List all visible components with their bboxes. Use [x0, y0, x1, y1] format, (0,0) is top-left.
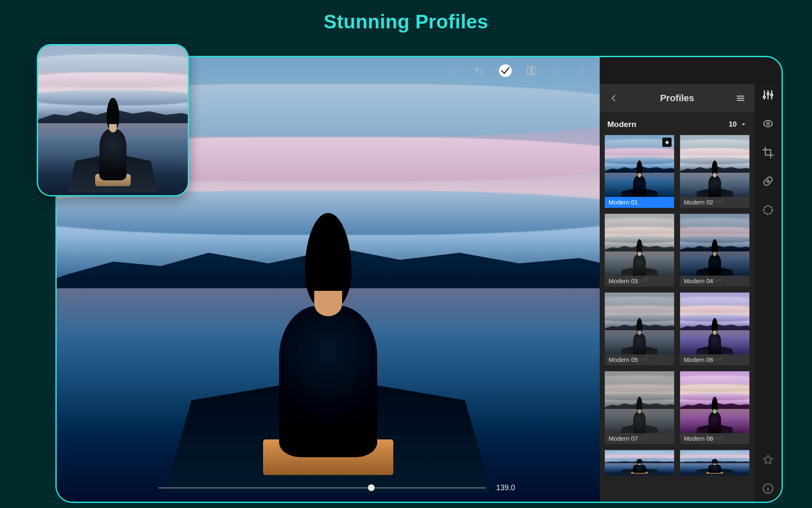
- star-icon[interactable]: [762, 453, 774, 466]
- back-icon[interactable]: [607, 94, 620, 103]
- target-icon[interactable]: [762, 117, 774, 130]
- svg-rect-0: [527, 67, 531, 74]
- slider-knob[interactable]: [368, 484, 375, 491]
- profile-category-count: 10: [729, 120, 747, 129]
- chevron-down-icon: [740, 121, 747, 128]
- svg-rect-1: [532, 67, 536, 74]
- profile-label: Modern 04: [680, 276, 749, 287]
- panel-header: Profiles: [600, 84, 754, 112]
- undo-icon[interactable]: [474, 65, 485, 76]
- slider-track[interactable]: [158, 487, 486, 489]
- sliders-icon[interactable]: [762, 88, 774, 101]
- share-icon[interactable]: [551, 65, 562, 76]
- profile-label: Modern 06: [680, 354, 749, 365]
- profile-category-row[interactable]: Modern 10: [600, 112, 754, 135]
- svg-point-11: [764, 206, 772, 214]
- svg-point-2: [582, 67, 583, 68]
- svg-point-7: [771, 94, 773, 96]
- profile-label: Modern 05: [605, 354, 674, 365]
- profile-tile[interactable]: Modern 06: [680, 293, 749, 365]
- slider-value: 139.0: [496, 483, 515, 492]
- profile-preview: [605, 450, 674, 475]
- svg-point-4: [582, 73, 583, 75]
- heal-icon[interactable]: [762, 175, 774, 188]
- svg-point-9: [767, 122, 769, 125]
- redo-icon[interactable]: [448, 65, 459, 76]
- more-icon[interactable]: [577, 65, 588, 76]
- profile-tile[interactable]: Modern 09: [605, 450, 674, 475]
- promo-headline: Stunning Profiles: [0, 10, 812, 33]
- profile-tile[interactable]: Modern 08: [680, 371, 749, 444]
- profile-amount-slider[interactable]: 139.0: [158, 481, 515, 494]
- panel-title: Profiles: [620, 93, 734, 104]
- profile-tile[interactable]: Modern 02: [680, 135, 749, 208]
- profiles-panel: Profiles Modern 10 ★Modern 01Modern 02Mo…: [600, 84, 754, 502]
- menu-icon[interactable]: [734, 93, 747, 103]
- svg-point-5: [763, 96, 765, 98]
- profile-label: Modern 08: [680, 433, 749, 444]
- svg-point-8: [764, 121, 772, 127]
- profile-tile[interactable]: Modern 05: [605, 293, 674, 365]
- profile-tile[interactable]: Modern 10: [680, 450, 749, 475]
- done-button[interactable]: [499, 64, 512, 77]
- compare-icon[interactable]: [526, 65, 537, 76]
- original-thumbnail: [37, 44, 189, 196]
- favorite-badge: ★: [662, 138, 672, 147]
- profile-tile[interactable]: ★Modern 01: [605, 135, 674, 208]
- profile-preview: [680, 450, 749, 475]
- crop-icon[interactable]: [762, 146, 774, 159]
- profile-tile[interactable]: Modern 04: [680, 214, 749, 287]
- profile-tile[interactable]: Modern 03: [605, 214, 674, 287]
- original-photo: [38, 45, 188, 195]
- profile-tile[interactable]: Modern 07: [605, 371, 674, 444]
- radial-icon[interactable]: [762, 204, 774, 216]
- profile-category-name: Modern: [607, 120, 636, 129]
- info-icon[interactable]: [762, 482, 774, 495]
- svg-point-6: [767, 93, 769, 95]
- svg-point-3: [582, 70, 583, 71]
- profile-label: Modern 03: [605, 276, 674, 287]
- profiles-grid: ★Modern 01Modern 02Modern 03Modern 04Mod…: [600, 135, 754, 502]
- profile-label: Modern 07: [605, 433, 674, 444]
- profile-label: Modern 01: [605, 197, 674, 208]
- tool-rail: [754, 84, 782, 502]
- profile-label: Modern 02: [680, 197, 749, 208]
